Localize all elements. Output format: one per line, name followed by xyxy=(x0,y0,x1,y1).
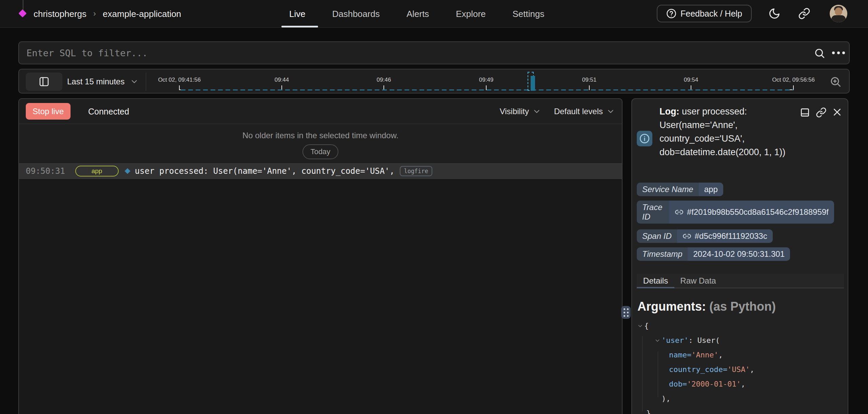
breadcrumb-project[interactable]: example-application xyxy=(103,9,181,19)
service-badge[interactable]: app xyxy=(75,166,119,177)
nav-tabs: Live Dashboards Alerts Explore Settings xyxy=(289,0,544,28)
log-detail-title: Log: user processed: User(name='Anne', c… xyxy=(659,105,786,159)
timestamp-label: Timestamp xyxy=(637,247,688,261)
tab-dashboards[interactable]: Dashboards xyxy=(332,9,380,19)
live-logs-panel: Stop live Connected Visibility Default l… xyxy=(18,98,623,414)
log-list-empty-area xyxy=(19,179,622,414)
avatar-face xyxy=(835,7,842,16)
span-id-chip[interactable]: Span ID #d5c996f11192033c xyxy=(637,229,773,243)
copy-link-icon[interactable] xyxy=(816,107,827,118)
feedback-help-button[interactable]: Feedback / Help xyxy=(657,5,752,22)
tab-settings[interactable]: Settings xyxy=(513,9,545,19)
logfire-logo-icon[interactable] xyxy=(18,9,26,17)
stop-live-button[interactable]: Stop live xyxy=(26,103,71,120)
link-icon xyxy=(683,232,691,241)
code-line: dob='2000-01-01', xyxy=(637,377,754,391)
arguments-code-block: { 'user':User( name='Anne', country_code… xyxy=(637,318,754,414)
span-id-value[interactable]: #d5c996f11192033c xyxy=(695,231,767,241)
filter-more-menu-icon[interactable] xyxy=(832,51,845,54)
arguments-heading: Arguments: (as Python) xyxy=(637,299,776,314)
panel-left-icon xyxy=(39,76,50,87)
breadcrumb: christophergs › example-application xyxy=(34,0,181,28)
tab-alerts[interactable]: Alerts xyxy=(407,9,429,19)
user-avatar[interactable] xyxy=(830,5,847,22)
timeline-histogram-baseline[interactable] xyxy=(181,89,793,90)
log-level-diamond-icon xyxy=(124,168,130,174)
active-tab-indicator xyxy=(281,26,318,27)
code-line: ), xyxy=(637,391,754,406)
default-levels-dropdown[interactable]: Default levels xyxy=(554,107,615,116)
chevron-down-icon xyxy=(532,107,541,116)
timeline-histogram-spike[interactable] xyxy=(531,76,535,91)
panel-resize-handle[interactable] xyxy=(621,306,631,319)
chevron-right-icon: › xyxy=(93,9,96,18)
collapse-chevron-icon[interactable] xyxy=(637,323,644,329)
share-link-icon[interactable] xyxy=(798,7,810,20)
log-details-panel: Log: user processed: User(name='Anne', c… xyxy=(631,98,848,414)
time-range-label: Last 15 minutes xyxy=(67,77,124,86)
question-circle-icon xyxy=(666,8,676,19)
sql-filter-bar xyxy=(18,41,850,64)
service-name-value: app xyxy=(699,183,723,196)
sql-filter-input[interactable] xyxy=(26,42,806,64)
code-line[interactable]: { xyxy=(637,318,754,333)
divider xyxy=(146,73,146,91)
live-panel-header: Stop live Connected Visibility Default l… xyxy=(19,99,622,124)
search-icon[interactable] xyxy=(814,47,825,59)
code-line: country_code='USA', xyxy=(637,362,754,377)
code-line: } xyxy=(637,406,754,414)
log-row[interactable]: 09:50:31 app user processed: User(name='… xyxy=(19,163,622,179)
connection-status: Connected xyxy=(88,99,129,124)
logfire-scope-tag[interactable]: logfire xyxy=(400,166,432,176)
empty-state-message: No older items in the selected time wind… xyxy=(19,131,622,140)
info-level-icon xyxy=(637,131,652,146)
code-line: name='Anne', xyxy=(637,348,754,362)
feedback-help-label: Feedback / Help xyxy=(680,9,742,19)
trace-id-chip[interactable]: Trace ID #f2019b98b550cd8a61546c2f918895… xyxy=(637,201,834,224)
chevron-down-icon xyxy=(130,77,139,86)
split-view-icon[interactable] xyxy=(800,107,810,118)
close-icon[interactable] xyxy=(832,107,842,118)
sidebar-toggle-button[interactable] xyxy=(26,73,62,91)
time-range-bar: Last 15 minutes Oct 02, 09:41:56 09:44 0… xyxy=(18,69,850,94)
log-message: user processed: User(name='Anne', countr… xyxy=(135,166,395,176)
tab-raw-data[interactable]: Raw Data xyxy=(674,274,722,288)
code-line[interactable]: 'user':User( xyxy=(637,333,754,348)
timestamp-value: 2024-10-02 09:50:31.301 xyxy=(688,247,790,261)
link-icon xyxy=(675,208,684,216)
timeline-zoom-in-icon[interactable] xyxy=(829,76,842,88)
log-timestamp: 09:50:31 xyxy=(26,166,65,176)
service-name-label: Service Name xyxy=(637,183,699,196)
today-button[interactable]: Today xyxy=(302,144,339,159)
visibility-dropdown[interactable]: Visibility xyxy=(500,107,541,116)
trace-id-value[interactable]: #f2019b98b550cd8a61546c2f9188959f xyxy=(687,207,829,217)
tab-live[interactable]: Live xyxy=(289,9,305,19)
tab-details[interactable]: Details xyxy=(637,274,674,288)
avatar-body xyxy=(831,15,846,22)
tab-explore[interactable]: Explore xyxy=(456,9,486,19)
chevron-down-icon xyxy=(606,107,615,116)
service-name-chip: Service Name app xyxy=(637,183,723,196)
top-nav: christophergs › example-application Live… xyxy=(0,0,868,28)
collapse-chevron-icon[interactable] xyxy=(655,338,662,343)
time-range-select[interactable]: Last 15 minutes xyxy=(67,69,139,94)
empty-state: No older items in the selected time wind… xyxy=(19,124,622,163)
trace-id-label: Trace ID xyxy=(637,201,669,224)
span-id-label: Span ID xyxy=(637,229,677,243)
breadcrumb-org[interactable]: christophergs xyxy=(34,9,86,19)
timestamp-chip: Timestamp 2024-10-02 09:50:31.301 xyxy=(637,247,790,261)
dark-mode-toggle[interactable] xyxy=(768,7,781,20)
details-tab-bar: Details Raw Data xyxy=(637,274,844,288)
